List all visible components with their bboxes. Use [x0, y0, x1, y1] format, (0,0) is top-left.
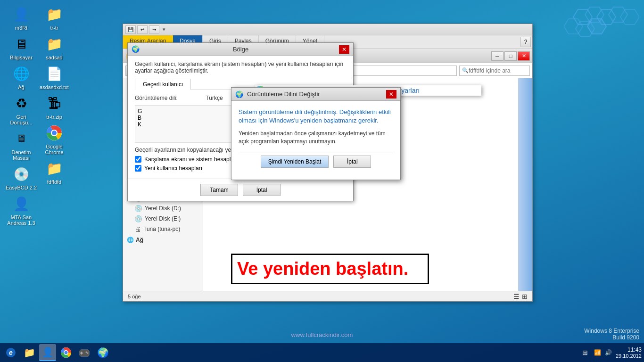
view-toggle-list[interactable]: ☰ [513, 293, 520, 300]
desktop-icon-fdffdfd[interactable]: 📁 fdffdfd [38, 159, 71, 185]
close-button[interactable]: ✕ [518, 51, 530, 61]
taskbar-network-status: 📶 [594, 349, 601, 356]
lang-dialog-close[interactable]: ✕ [386, 90, 396, 99]
checkbox-yeni-kullanici[interactable] [135, 165, 141, 172]
region-cancel-button[interactable]: İptal [243, 184, 281, 196]
annotation-box: Ve yeniden başlatın. [231, 254, 429, 284]
lang-dialog-content: Sistem görüntüleme dili değiştirilmiş. D… [231, 101, 400, 180]
desktop: 👤 m3Rt 🖥 Bilgisayar 🌐 Ağ ♻ Geri Dönüşü..… [0, 0, 644, 362]
display-lang-label: Görüntüleme dili: [135, 95, 201, 101]
redo-button[interactable]: ↪ [149, 25, 159, 34]
svg-point-15 [65, 351, 68, 354]
desktop-icon-bilgisayar[interactable]: 🖥 Bilgisayar [5, 34, 38, 60]
lang-cancel-button[interactable]: İptal [333, 156, 371, 168]
status-text: 5 öğe [128, 294, 141, 299]
svg-rect-18 [80, 353, 83, 354]
sidebar-item-disk-d[interactable]: 💿 Yerel Disk (D:) [123, 203, 203, 214]
checkbox-karsılama[interactable] [135, 156, 141, 163]
checkbox-yeni-kullanici-label: Yeni kullanıcı hesapları [144, 165, 202, 172]
desktop-icon-ag[interactable]: 🌐 Ağ [5, 64, 38, 90]
taskbar-volume: 🔊 [605, 349, 612, 356]
desktop-icon-easybcd[interactable]: 💿 EasyBCD 2.2 [5, 165, 38, 190]
desktop-icon-mta[interactable]: 👤 MTA San Andreas 1.3 [5, 194, 38, 226]
lang-change-dialog: 🌍 Görüntüleme Dilini Değiştir ✕ Sistem g… [231, 87, 401, 180]
taskbar-clock[interactable]: 11:43 29.10.2012 [616, 346, 642, 359]
display-lang-value: Türkçe [206, 95, 223, 101]
region-dialog-desc: Geçerli kullanıcı, karşılama ekranı (sis… [135, 61, 346, 74]
windows-build: Build 9200 [584, 334, 639, 341]
svg-point-20 [87, 353, 89, 354]
quick-access-toolbar: 💾 ↩ ↪ ▾ [123, 24, 532, 35]
minimize-button[interactable]: ─ [491, 51, 504, 61]
status-bar: 5 öğe ☰ ⊞ [123, 291, 532, 301]
desktop-icon-geri-donusum[interactable]: ♻ Geri Dönüşü... [5, 94, 38, 125]
taskbar-network-icon[interactable]: 🌍 [94, 344, 111, 361]
taskbar-folder-icon[interactable]: 📁 [21, 344, 38, 361]
taskbar: e 📁 👤 🌍 [0, 343, 644, 362]
title-bar-buttons: ─ □ ✕ [491, 51, 530, 61]
region-tab-gecerli[interactable]: Geçerli kullanıcı [135, 79, 191, 90]
search-input[interactable] [469, 67, 527, 74]
desktop-icon-asdasdxd[interactable]: 📄 asdasdxd.txt [38, 64, 71, 90]
taskbar-show-desktop[interactable]: ⊞ [582, 349, 588, 356]
lang-dialog-main-text: Sistem görüntüleme dili değiştirilmiş. D… [239, 108, 393, 125]
desktop-icon-m3rt[interactable]: 👤 m3Rt [5, 5, 38, 31]
region-dialog-title: Bölge [142, 46, 339, 53]
taskbar-user-icon[interactable]: 👤 [39, 344, 56, 361]
help-button[interactable]: ? [520, 37, 531, 47]
desktop-icon-sadsad[interactable]: 📁 sadsad [38, 34, 71, 60]
restart-button[interactable]: Şimdi Yeniden Başlat [261, 156, 329, 168]
taskbar-chrome-icon[interactable] [58, 344, 74, 361]
windows-info: Windows 8 Enterprise Build 9200 [584, 328, 639, 341]
desktop-icons-col2: 📁 tr-tr 📁 sadsad 📄 asdasdxd.txt 🗜 tr-tr.… [38, 5, 71, 185]
lang-dialog-title: Görüntüleme Dilini Değiştir [247, 90, 386, 98]
desktop-icon-google-chrome[interactable]: Google Chrome [38, 123, 71, 155]
watermark: www.fullcrackindir.com [291, 331, 353, 338]
lang-dialog-sub-text: Yeniden başlatmadan önce çalışmanızı kay… [239, 130, 393, 146]
desktop-icon-tr-tr[interactable]: 📁 tr-tr [38, 5, 71, 31]
region-dialog-titlebar: 🌍 Bölge ✕ [128, 43, 353, 56]
region-dialog-footer: Tamam İptal [128, 179, 353, 201]
hex-decoration [564, 5, 639, 42]
region-dialog-close[interactable]: ✕ [339, 45, 349, 54]
desktop-icons-col1: 👤 m3Rt 🖥 Bilgisayar 🌐 Ağ ♻ Geri Dönüşü..… [5, 5, 38, 226]
lang-dialog-titlebar: 🌍 Görüntüleme Dilini Değiştir ✕ [231, 88, 400, 101]
maximize-button[interactable]: □ [504, 51, 517, 61]
search-box[interactable]: 🔍 [459, 66, 530, 76]
windows-edition: Windows 8 Enterprise [584, 328, 639, 334]
svg-marker-7 [587, 19, 606, 34]
annotation-text: Ve yeniden başlatın. [237, 259, 408, 279]
svg-point-10 [52, 131, 57, 135]
taskbar-right: ⊞ 📶 🔊 11:43 29.10.2012 [582, 346, 642, 359]
taskbar-games-icon[interactable] [76, 344, 93, 361]
svg-text:e: e [9, 349, 13, 356]
sidebar-item-tuna[interactable]: 🖨 Tuna (tuna-pc) [123, 224, 203, 234]
svg-point-19 [86, 352, 87, 353]
sidebar-item-disk-e[interactable]: 💿 Yerel Disk (E:) [123, 214, 203, 224]
region-ok-button[interactable]: Tamam [200, 184, 238, 196]
sidebar-network-header: 🌐 Ağ [123, 234, 203, 244]
checkbox-karsılama-label: Karşılama ekranı ve sistem hesapları [144, 156, 237, 163]
save-button[interactable]: 💾 [125, 25, 136, 34]
taskbar-ie-icon[interactable]: e [2, 344, 19, 361]
desktop-icon-denetim-masasi[interactable]: 🖥 Denetim Masası [5, 129, 38, 161]
lang-dialog-footer: Şimdi Yeniden Başlat İptal [239, 153, 393, 173]
desktop-icon-tr-tr-zip[interactable]: 🗜 tr-tr.zip [38, 94, 71, 120]
view-toggle-grid[interactable]: ⊞ [522, 293, 528, 300]
svg-marker-4 [620, 9, 639, 25]
undo-button[interactable]: ↩ [137, 25, 148, 34]
